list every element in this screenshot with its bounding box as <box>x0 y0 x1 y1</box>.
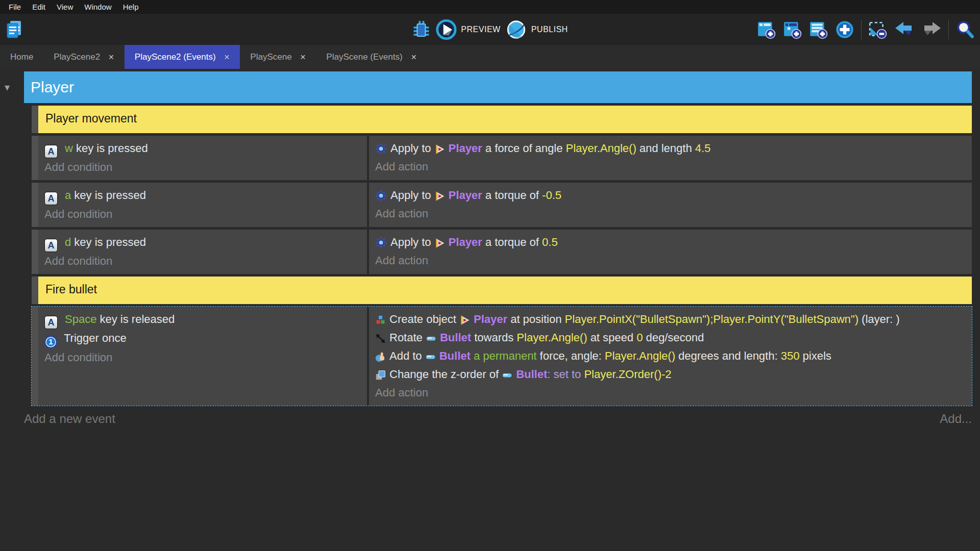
text-segment: at position <box>507 313 565 325</box>
zorder-icon <box>375 370 386 381</box>
text-segment: Change the z-order of <box>389 368 502 381</box>
text-segment: 350 <box>781 349 800 362</box>
tab-home[interactable]: Home <box>0 45 43 69</box>
row-drag-handle[interactable] <box>32 183 38 227</box>
actions-cell: Apply to Player a torque of 0.5Add actio… <box>369 230 972 274</box>
action-line[interactable]: Apply to Player a torque of 0.5 <box>375 233 966 252</box>
tab-playscene[interactable]: PlayScene ✕ <box>240 45 316 69</box>
actions-cell: Apply to Player a torque of -0.5Add acti… <box>369 183 972 227</box>
tab-playscene2[interactable]: PlayScene2 ✕ <box>43 45 124 69</box>
text-segment: Apply to <box>390 236 434 248</box>
comment-text[interactable]: Fire bullet <box>38 277 972 304</box>
text-segment: Player.ZOrder()-2 <box>584 368 671 381</box>
action-line[interactable]: Apply to Player a torque of -0.5 <box>375 186 966 205</box>
add-action-button[interactable]: Add action <box>375 158 966 176</box>
comment-event-row: Fire bullet <box>32 277 972 304</box>
tab-label: PlayScene2 <box>54 52 100 62</box>
add-subevent-icon[interactable] <box>783 20 802 39</box>
text-segment: Bullet <box>516 368 547 381</box>
collapse-group-icon[interactable]: ▾ <box>5 81 10 93</box>
menu-view[interactable]: View <box>51 3 79 11</box>
publish-button[interactable]: PUBLISH <box>506 19 568 40</box>
condition-line[interactable]: Ad key is pressed <box>44 233 361 252</box>
add-action-button[interactable]: Add action <box>375 384 966 402</box>
condition-line[interactable]: ASpace key is released <box>44 310 361 329</box>
gdevelop-window: File Edit View Window Help <box>0 0 980 551</box>
add-action-button[interactable]: Add action <box>375 252 966 270</box>
add-action-button[interactable]: Add action <box>375 205 966 223</box>
undo-icon[interactable] <box>894 20 915 39</box>
add-comment-icon[interactable] <box>809 20 828 39</box>
add-condition-button[interactable]: Add condition <box>44 348 361 367</box>
conditions-cell: Aw key is pressedAdd condition <box>38 136 367 180</box>
rotate-icon <box>375 333 386 344</box>
text-segment: a <box>65 189 71 202</box>
menu-help[interactable]: Help <box>117 3 144 11</box>
text-segment: Rotate <box>389 331 426 344</box>
close-icon[interactable]: ✕ <box>300 53 306 61</box>
physics-force-icon <box>375 237 387 248</box>
text-segment: Player <box>449 189 482 202</box>
actions-cell: Create object Player at position Player.… <box>369 307 972 406</box>
event-group-header[interactable]: Player <box>24 71 972 103</box>
action-line[interactable]: Rotate Bullet towards Player.Angle() at … <box>375 329 966 347</box>
close-icon[interactable]: ✕ <box>411 53 417 61</box>
add-condition-button[interactable]: Add condition <box>44 158 361 177</box>
action-line[interactable]: Add to Bullet a permanent force, angle: … <box>375 347 966 365</box>
add-other-event-icon[interactable] <box>835 20 854 39</box>
debug-icon[interactable] <box>412 20 430 39</box>
group-title: Player <box>31 79 74 96</box>
comment-text[interactable]: Player movement <box>38 106 972 133</box>
row-drag-handle[interactable] <box>32 230 38 274</box>
tab-playscene-events[interactable]: PlayScene (Events) ✕ <box>316 45 427 69</box>
redo-icon[interactable] <box>921 20 942 39</box>
main-toolbar: PREVIEW PUBLISH <box>0 14 980 45</box>
condition-line[interactable]: Aa key is pressed <box>44 186 361 205</box>
tab-bar: Home PlayScene2 ✕ PlayScene2 (Events) ✕ … <box>0 45 980 69</box>
action-line[interactable]: Create object Player at position Player.… <box>375 310 966 329</box>
close-icon[interactable]: ✕ <box>108 53 114 61</box>
player-object-icon <box>434 191 445 202</box>
row-drag-handle[interactable] <box>32 106 38 133</box>
add-condition-button[interactable]: Add condition <box>44 252 361 270</box>
add-condition-button[interactable]: Add condition <box>44 205 361 223</box>
action-line[interactable]: Apply to Player a force of angle Player.… <box>375 139 966 158</box>
condition-line[interactable]: Aw key is pressed <box>44 139 361 158</box>
event-body: Aa key is pressedAdd conditionApply to P… <box>38 183 972 227</box>
preview-button[interactable]: PREVIEW <box>435 19 500 40</box>
row-drag-handle[interactable] <box>32 136 38 180</box>
row-drag-handle[interactable] <box>32 307 38 406</box>
bullet-object-icon <box>425 352 436 362</box>
menu-edit[interactable]: Edit <box>27 3 51 11</box>
actions-cell: Apply to Player a force of angle Player.… <box>369 136 972 180</box>
conditions-cell: ASpace key is released1Trigger onceAdd c… <box>38 307 367 406</box>
menu-file[interactable]: File <box>3 3 27 11</box>
create-object-icon <box>375 315 386 325</box>
add-new-event-button[interactable]: Add a new event <box>24 412 115 426</box>
event-body: Aw key is pressedAdd conditionApply to P… <box>38 136 972 180</box>
menu-window[interactable]: Window <box>79 3 117 11</box>
condition-line[interactable]: 1Trigger once <box>44 329 361 348</box>
text-segment: Apply to <box>390 189 434 202</box>
search-icon[interactable] <box>955 20 975 39</box>
add-event-icon[interactable] <box>757 20 776 39</box>
text-segment: a force of angle <box>482 142 566 155</box>
text-segment: 0 <box>636 331 643 344</box>
remove-event-icon[interactable] <box>868 20 888 39</box>
add-more-button[interactable]: Add... <box>940 412 972 426</box>
text-segment: at speed <box>587 331 637 344</box>
tab-label: PlayScene2 (Events) <box>135 52 216 62</box>
close-icon[interactable]: ✕ <box>224 53 230 61</box>
toolbar-separator <box>948 20 949 39</box>
row-drag-handle[interactable] <box>32 277 38 304</box>
text-segment: -0.5 <box>542 189 561 202</box>
text-segment: d <box>65 236 71 248</box>
text-segment: Create object <box>389 313 459 325</box>
project-manager-icon[interactable] <box>4 19 23 40</box>
tab-playscene2-events[interactable]: PlayScene2 (Events) ✕ <box>125 45 240 69</box>
action-line[interactable]: Change the z-order of Bullet: set to Pla… <box>375 365 966 384</box>
text-segment: Space <box>65 313 96 325</box>
menu-bar: File Edit View Window Help <box>0 0 980 14</box>
bullet-object-icon <box>502 370 512 381</box>
preview-play-icon <box>435 19 457 40</box>
